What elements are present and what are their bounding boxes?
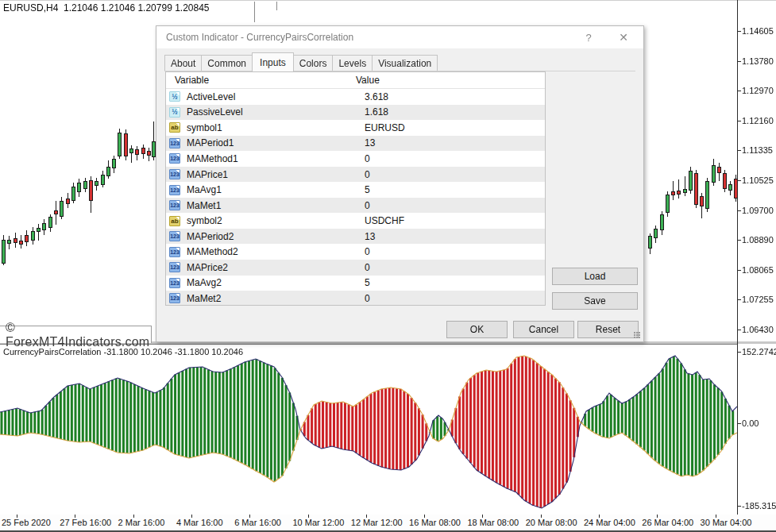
string-type-icon: ab [169, 216, 180, 226]
chart-separator-stub [276, 2, 277, 10]
param-row-mamethod2[interactable]: 123MAMethod20 [166, 244, 545, 260]
dialog-titlebar[interactable]: Custom Indicator - CurrencyPairsCorrelat… [156, 26, 643, 48]
integer-type-icon: 123 [169, 247, 180, 257]
param-row-symbol2[interactable]: absymbol2USDCHF [166, 213, 545, 229]
param-row-maperiod2[interactable]: 123MAPeriod213 [166, 229, 545, 245]
indicator-axis-label: 152.2742 [742, 347, 776, 357]
chart-separator-stub [254, 2, 255, 22]
close-icon[interactable]: ✕ [610, 26, 637, 48]
param-value[interactable]: 0 [365, 153, 370, 164]
param-value[interactable]: EURUSD [365, 122, 405, 133]
integer-type-icon: 123 [169, 262, 180, 272]
param-row-maavg1[interactable]: 123MaAvg15 [166, 182, 545, 198]
price-axis-line [737, 0, 738, 515]
param-name: symbol1 [187, 122, 222, 133]
time-axis-label: 6 Mar 16:00 [234, 518, 281, 527]
param-value[interactable]: 0 [365, 169, 370, 180]
param-value[interactable]: 5 [365, 184, 370, 195]
indicator-canvas[interactable] [0, 345, 737, 514]
tab-common[interactable]: Common [201, 55, 253, 71]
price-axis-tick [737, 91, 741, 91]
integer-type-icon: 123 [169, 169, 180, 179]
param-row-passivelevel[interactable]: ½PassiveLevel1.618 [166, 105, 545, 121]
param-name: MAPeriod1 [187, 137, 234, 148]
price-axis-tick [737, 270, 741, 271]
param-value[interactable]: 1.618 [365, 106, 388, 118]
param-value[interactable]: 13 [365, 137, 375, 148]
param-value[interactable]: 0 [365, 262, 370, 273]
integer-type-icon: 123 [169, 231, 180, 241]
indicator-axis-tick [737, 352, 741, 353]
tab-visualization[interactable]: Visualization [372, 55, 438, 71]
tab-colors[interactable]: Colors [293, 55, 334, 71]
price-axis-label: 1.12970 [742, 86, 774, 95]
param-value[interactable]: 13 [365, 231, 375, 242]
price-axis-label: 1.13780 [742, 56, 774, 66]
dialog-title: Custom Indicator - CurrencyPairsCorrelat… [166, 32, 353, 43]
ok-button[interactable]: OK [446, 321, 508, 338]
help-icon[interactable]: ? [575, 26, 602, 48]
param-name: MaMet1 [187, 200, 221, 211]
param-row-maperiod1[interactable]: 123MAPeriod113 [166, 136, 545, 152]
load-button[interactable]: Load [552, 268, 638, 285]
price-axis-tick [737, 180, 741, 181]
integer-type-icon: 123 [169, 153, 180, 164]
price-axis-tick [737, 31, 741, 32]
param-row-mamethod1[interactable]: 123MAMethod10 [166, 151, 545, 167]
indicator-axis-tick [737, 506, 741, 507]
param-name: MaMet2 [187, 293, 221, 304]
double-type-icon: ½ [169, 107, 180, 118]
price-axis-label: 1.14605 [742, 26, 774, 36]
price-axis-tick [737, 150, 741, 151]
param-name: MAMethod1 [187, 153, 238, 164]
col-header-value: Value [350, 75, 380, 86]
time-axis-label: 20 Mar 08:00 [526, 518, 577, 527]
integer-type-icon: 123 [169, 185, 180, 195]
param-value[interactable]: 0 [365, 246, 370, 257]
param-row-mamet2[interactable]: 123MaMet20 [166, 291, 545, 306]
parameters-table: Variable Value ½ActiveLevel3.618½Passive… [165, 71, 546, 306]
integer-type-icon: 123 [169, 138, 180, 148]
param-name: MAPrice2 [187, 262, 228, 273]
dialog-tabs: AboutCommonInputsColorsLevelsVisualizati… [164, 52, 635, 71]
reset-button[interactable]: Reset [577, 321, 639, 338]
time-axis-label: 24 Mar 04:00 [584, 518, 635, 527]
integer-type-icon: 123 [169, 200, 180, 210]
param-value[interactable]: 3.618 [365, 91, 388, 102]
price-axis-label: 1.07255 [742, 295, 774, 304]
resize-grip-icon[interactable] [634, 332, 641, 339]
price-axis-label: 1.09700 [742, 206, 774, 215]
param-name: MAMethod2 [187, 246, 238, 257]
time-axis-label: 26 Mar 04:00 [642, 518, 693, 527]
cancel-button[interactable]: Cancel [513, 321, 574, 338]
time-axis-label: 10 Mar 12:00 [293, 518, 345, 527]
param-name: MaAvg2 [187, 277, 222, 288]
param-name: MAPrice1 [187, 169, 228, 180]
table-rows: ½ActiveLevel3.618½PassiveLevel1.618absym… [166, 89, 545, 306]
param-row-maprice1[interactable]: 123MAPrice10 [166, 167, 545, 183]
save-button[interactable]: Save [552, 292, 638, 310]
indicator-axis-label: -185.3158 [742, 501, 776, 511]
param-row-symbol1[interactable]: absymbol1EURUSD [166, 120, 545, 136]
tab-inputs[interactable]: Inputs [252, 52, 294, 71]
price-axis-label: 1.08890 [742, 235, 774, 245]
param-value[interactable]: USDCHF [365, 215, 404, 226]
price-axis-tick [737, 121, 741, 121]
time-axis-label: 12 Mar 12:00 [351, 518, 403, 527]
time-axis-label: 16 Mar 08:00 [409, 518, 461, 527]
tab-about[interactable]: About [164, 55, 202, 71]
param-value[interactable]: 5 [365, 277, 370, 288]
tab-levels[interactable]: Levels [332, 55, 373, 71]
param-row-mamet1[interactable]: 123MaMet10 [166, 198, 545, 214]
param-row-maprice2[interactable]: 123MAPrice20 [166, 260, 545, 276]
param-value[interactable]: 0 [365, 200, 370, 211]
param-row-maavg2[interactable]: 123MaAvg25 [166, 276, 545, 291]
mt4-window: { "chart_header": { "symbol_info": "EURU… [0, 0, 776, 532]
string-type-icon: ab [169, 122, 180, 133]
price-axis-label: 1.12160 [742, 116, 774, 125]
indicator-label: CurrencyPairsCorrelation -31.1800 10.204… [3, 347, 243, 357]
param-row-activelevel[interactable]: ½ActiveLevel3.618 [166, 89, 545, 105]
param-value[interactable]: 0 [365, 293, 370, 304]
col-header-variable: Variable [166, 75, 350, 86]
double-type-icon: ½ [169, 91, 180, 102]
